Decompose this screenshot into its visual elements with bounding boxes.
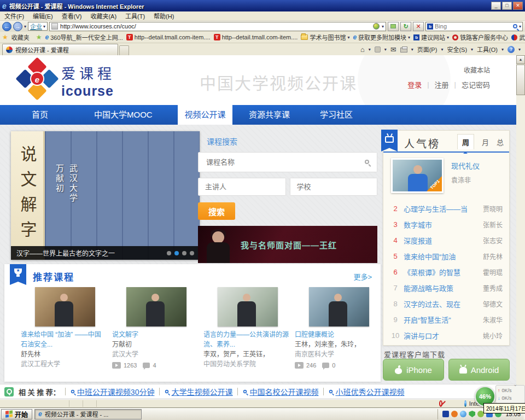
- favorite-item[interactable]: 武汉市公安局交通管理局: [511, 33, 525, 42]
- ranking-item[interactable]: 3数字城市张新长: [391, 217, 503, 232]
- chevron-down-icon[interactable]: ▾: [369, 47, 371, 52]
- search-dropdown-icon[interactable]: ▾: [519, 24, 521, 29]
- home-icon[interactable]: ⌂: [360, 45, 365, 54]
- tab-week[interactable]: 周: [457, 134, 474, 149]
- menu-edit[interactable]: 编辑(E): [28, 11, 57, 20]
- favorites-star-icon[interactable]: ★: [2, 33, 8, 41]
- collapse-chevron-icon[interactable]: ⌄: [513, 381, 517, 387]
- rss-icon[interactable]: [375, 46, 381, 52]
- nav-learning-community[interactable]: 学习社区: [320, 105, 353, 125]
- tools-menu[interactable]: 工具(O): [477, 45, 498, 54]
- caption-text[interactable]: 汉字——世界上最古老的文字之一: [16, 248, 115, 258]
- history-dropdown-icon[interactable]: ▾: [24, 24, 26, 29]
- favorite-item[interactable]: Thttp--detail.tmall.com-item....: [126, 34, 211, 40]
- favorite-item[interactable]: Thttp--detail.tmall.com-item....: [214, 34, 298, 40]
- ranking-top1[interactable]: TOP1 现代礼仪 袁涤非: [391, 158, 503, 197]
- dot-active[interactable]: [174, 251, 179, 255]
- tray-shield-icon[interactable]: [469, 411, 475, 417]
- course-card[interactable]: 说文解字 万献初 武汉大学 1263 4: [112, 287, 197, 370]
- chevron-down-icon[interactable]: ▾: [411, 47, 413, 52]
- search-icon[interactable]: [365, 160, 369, 164]
- address-bar[interactable]: http://www.icourses.cn/cuoc/ ▾: [49, 22, 386, 31]
- forward-button[interactable]: →: [13, 22, 22, 31]
- compatibility-view-button[interactable]: [388, 22, 399, 31]
- safety-menu[interactable]: 安全(S): [447, 45, 467, 54]
- dot[interactable]: [167, 251, 171, 255]
- favorites-label[interactable]: 收藏夹: [11, 33, 30, 42]
- school-input[interactable]: [290, 178, 377, 195]
- more-link[interactable]: 更多>: [353, 271, 372, 282]
- nav-resource-share[interactable]: 资源共享课: [249, 105, 290, 125]
- scrollbar-thumb[interactable]: [516, 65, 525, 95]
- course-name-input[interactable]: [199, 153, 377, 172]
- nav-home[interactable]: 首页: [32, 105, 48, 125]
- vertical-scrollbar[interactable]: ▲ ▼: [516, 55, 525, 399]
- favorite-item[interactable]: e获取更多附加模块▾: [353, 33, 410, 42]
- close-button[interactable]: ✕: [513, 2, 523, 10]
- maximize-button[interactable]: □: [502, 2, 512, 10]
- ranking-item[interactable]: 7能源战略与政策董秀成: [391, 280, 503, 296]
- teacher-input[interactable]: [199, 178, 285, 195]
- ranking-item[interactable]: 10演讲与口才姚小玲: [391, 328, 503, 343]
- course-name-field[interactable]: [198, 152, 377, 172]
- related-link[interactable]: 中国名校公开课视频: [243, 386, 318, 397]
- course-thumbnail[interactable]: [218, 287, 278, 326]
- tab-active[interactable]: 视频公开课 - 爱课程: [2, 44, 118, 55]
- menu-favorites[interactable]: 收藏夹(A): [86, 11, 121, 20]
- nav-video-open-course[interactable]: 视频公开课: [178, 105, 232, 125]
- add-favorite-icon[interactable]: ★: [36, 33, 42, 41]
- ranking-item[interactable]: 9开启“智慧生活”朱淑华: [391, 312, 503, 328]
- chevron-down-icon[interactable]: ▾: [384, 47, 387, 52]
- top1-thumbnail[interactable]: TOP1: [391, 158, 444, 193]
- zone-button[interactable]: 企业▾: [28, 22, 48, 31]
- ranking-item[interactable]: 8汉字的过去、现在邹德文: [391, 296, 503, 312]
- minimize-button[interactable]: _: [491, 2, 501, 10]
- scroll-up-button[interactable]: ▲: [516, 55, 525, 64]
- dot[interactable]: [190, 251, 194, 255]
- search-submit-button[interactable]: 搜索: [198, 202, 235, 220]
- favorite-item[interactable]: b建议网站▾: [413, 33, 449, 42]
- refresh-button[interactable]: ↻: [400, 22, 411, 31]
- chevron-down-icon[interactable]: ▾: [441, 47, 443, 52]
- school-field[interactable]: [290, 178, 378, 196]
- address-url[interactable]: http://www.icourses.cn/cuoc/: [60, 23, 371, 30]
- teacher-field[interactable]: [198, 178, 286, 196]
- start-button[interactable]: 开始: [1, 409, 32, 419]
- tray-icon[interactable]: [442, 411, 449, 417]
- tray-icon[interactable]: [451, 411, 458, 417]
- web-search-input[interactable]: [435, 23, 511, 30]
- course-card[interactable]: 语言的力量——公共演讲的源流、素养... 李双，贺严，王英钰， 中国劳动关系学院: [203, 287, 289, 369]
- menu-tools[interactable]: 工具(T): [121, 11, 149, 20]
- related-link[interactable]: 大学生视频公开课: [165, 386, 232, 397]
- menu-view[interactable]: 查看(V): [57, 11, 86, 20]
- related-link[interactable]: 中班公开课视频30分钟: [71, 386, 155, 397]
- course-title[interactable]: 口腔健康概论: [295, 330, 380, 340]
- course-title[interactable]: 说文解字: [112, 330, 197, 340]
- search-icon[interactable]: [513, 24, 517, 28]
- back-button[interactable]: ←: [2, 22, 11, 31]
- menu-help[interactable]: 帮助(H): [149, 11, 178, 20]
- course-card[interactable]: 谁来给中国 “加油” ——中国石油安全... 舒先林 武汉工程大学: [21, 287, 106, 369]
- taskbar-window-button[interactable]: e 视频公开课 - 爱课程 - ...: [34, 409, 142, 419]
- course-thumbnail[interactable]: [35, 287, 95, 326]
- ranking-item[interactable]: 6《菜根谭》的智慧霍明琨: [391, 264, 503, 280]
- tab-month[interactable]: 月: [482, 137, 489, 147]
- logo-text[interactable]: 爱课程 icourse: [61, 62, 115, 99]
- course-title[interactable]: 语言的力量——公共演讲的源流、素养...: [203, 330, 289, 349]
- print-icon[interactable]: [400, 48, 407, 52]
- favorite-site-link[interactable]: 收藏本站: [464, 65, 490, 74]
- carousel[interactable]: 说文解字 武汉大学 万献初 汉字——世界上最古老的文字之一: [11, 131, 200, 260]
- android-download-button[interactable]: Android: [448, 359, 510, 381]
- iphone-download-button[interactable]: iPhone: [383, 359, 444, 381]
- search-box[interactable]: b ▾: [425, 22, 523, 31]
- new-tab-button[interactable]: [119, 45, 129, 55]
- favorite-folder[interactable]: 学术与图书馆▾: [301, 33, 349, 42]
- top1-title[interactable]: 现代礼仪: [451, 160, 480, 171]
- login-link[interactable]: 登录: [407, 79, 422, 90]
- favorite-item[interactable]: 铁路客户服务中心: [452, 33, 508, 42]
- register-link[interactable]: 注册: [435, 79, 449, 90]
- ranking-item[interactable]: 4深度报道张志安: [391, 232, 503, 248]
- chevron-down-icon[interactable]: ▾: [518, 47, 521, 52]
- course-title[interactable]: 谁来给中国 “加油” ——中国石油安全...: [21, 330, 106, 349]
- dot[interactable]: [182, 251, 186, 255]
